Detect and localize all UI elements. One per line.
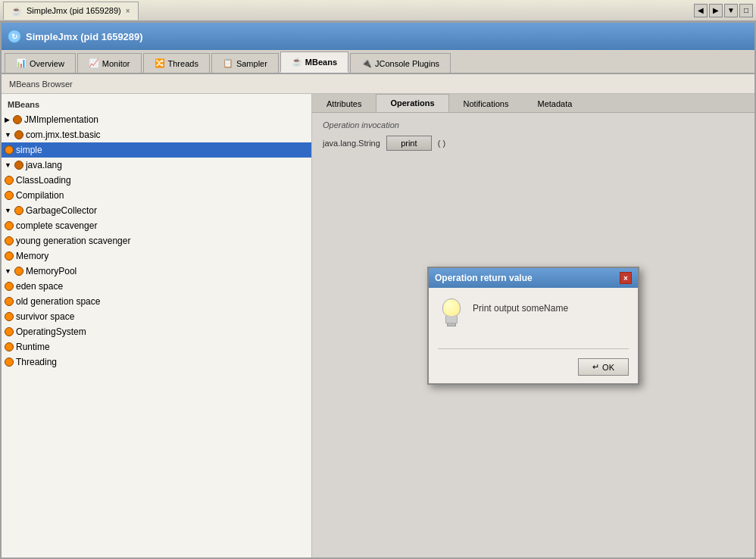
tab-threads[interactable]: 🔀 Threads [143, 53, 210, 73]
tree-label-mp: MemoryPool [26, 266, 77, 276]
ok-label: OK [602, 363, 614, 372]
bean-icon-memory [5, 251, 14, 261]
ok-icon: ↵ [592, 362, 599, 372]
bean-icon-survivor [5, 312, 14, 321]
jconsole-icon: 🔌 [361, 58, 372, 69]
bean-icon-javalang [14, 161, 23, 170]
bulb-icon [438, 298, 465, 336]
tree-item-comjmx[interactable]: ▼ com.jmx.test.basic [2, 127, 311, 142]
tree-item-jmimpl[interactable]: ▶ JMImplementation [2, 112, 311, 127]
breadcrumb-text: MBeans Browser [9, 80, 73, 89]
tree-label-simple: simple [16, 145, 42, 155]
tree-item-classloading[interactable]: ClassLoading [2, 173, 311, 188]
tree-label-gc: GarbageCollector [26, 205, 97, 216]
tab-mbeans[interactable]: ☕ MBeans [280, 52, 348, 73]
app-tab[interactable]: ☕ SimpleJmx (pid 1659289) × [3, 2, 139, 20]
tree-label-oldgen: old generation space [16, 296, 100, 307]
tree-label-jmimpl: JMImplementation [24, 114, 98, 125]
modal-body: Print output someName [429, 288, 638, 344]
modal-title: Operation return value [435, 273, 533, 283]
app-title-icon: ↻ [8, 30, 21, 43]
modal-close-button[interactable]: × [620, 272, 632, 284]
app-tab-label: SimpleJmx (pid 1659289) [27, 6, 121, 15]
tree-item-simple[interactable]: simple [2, 142, 311, 158]
mbeans-tree-panel: MBeans ▶ JMImplementation ▼ com.jmx.test… [2, 94, 312, 557]
tab-overview[interactable]: 📊 Overview [5, 53, 76, 73]
tab-sampler[interactable]: 📋 Sampler [211, 53, 279, 73]
tree-item-oldgen[interactable]: old generation space [2, 294, 311, 309]
tree-item-os[interactable]: OperatingSystem [2, 324, 311, 339]
bulb-top [442, 298, 461, 317]
mbeans-panel-header: MBeans [2, 98, 311, 112]
tree-label-os: OperatingSystem [16, 326, 86, 337]
tree-item-threading[interactable]: Threading [2, 354, 311, 370]
overview-icon: 📊 [16, 58, 27, 69]
tab-overview-label: Overview [30, 59, 64, 68]
window-controls: ◀ ▶ ▼ □ [694, 4, 753, 17]
bean-icon-mp [14, 267, 23, 276]
tab-monitor-label: Monitor [102, 59, 130, 68]
tree-item-eden[interactable]: eden space [2, 279, 311, 294]
bean-icon-young-scav [5, 236, 14, 245]
bean-icon-oldgen [5, 297, 14, 306]
tree-item-garbagecollector[interactable]: ▼ GarbageCollector [2, 203, 311, 218]
bean-icon-gc [14, 206, 23, 215]
right-panel: Attributes Operations Notifications Meta… [312, 94, 754, 557]
tab-mbeans-label: MBeans [305, 58, 337, 67]
bean-icon-os [5, 327, 14, 336]
maximize-button[interactable]: □ [739, 4, 753, 17]
bean-icon-compilation [5, 191, 14, 200]
tree-label-compilation: Compilation [16, 190, 64, 201]
content-area: MBeans ▶ JMImplementation ▼ com.jmx.test… [2, 94, 754, 557]
tree-item-complete-scavenger[interactable]: complete scavenger [2, 218, 311, 233]
sampler-icon: 📋 [223, 58, 233, 69]
tab-threads-label: Threads [168, 59, 198, 68]
tree-item-memorypool[interactable]: ▼ MemoryPool [2, 264, 311, 279]
modal-footer: ↵ OK [429, 354, 638, 383]
bean-icon-runtime [5, 342, 14, 351]
tree-item-javalang[interactable]: ▼ java.lang [2, 158, 311, 173]
tree-label-comjmx: com.jmx.test.basic [26, 130, 101, 140]
tree-label-runtime: Runtime [16, 342, 50, 352]
app-tab-close[interactable]: × [126, 7, 130, 15]
app-tab-icon: ☕ [11, 6, 22, 16]
threads-icon: 🔀 [155, 58, 165, 69]
tree-label-eden: eden space [16, 281, 63, 292]
modal-titlebar: Operation return value × [429, 268, 638, 288]
tree-label-javalang: java.lang [26, 160, 62, 170]
expand-icon-javalang: ▼ [5, 161, 11, 169]
title-bar: ☕ SimpleJmx (pid 1659289) × ◀ ▶ ▼ □ [0, 0, 756, 21]
app-window: ↻ SimpleJmx (pid 1659289) 📊 Overview 📈 M… [0, 21, 756, 559]
tree-item-young-scavenger[interactable]: young generation scavenger [2, 233, 311, 248]
nav-prev-button[interactable]: ◀ [694, 4, 708, 17]
tree-label-complete-scav: complete scavenger [16, 220, 97, 231]
operation-return-dialog: Operation return value × Print output so… [427, 267, 639, 385]
tree-item-memory[interactable]: Memory [2, 248, 311, 264]
tree-label-survivor: survivor space [16, 311, 74, 322]
tree-item-survivor[interactable]: survivor space [2, 309, 311, 324]
expand-icon-jmimpl: ▶ [5, 116, 10, 123]
tab-jconsole-label: JConsole Plugins [375, 59, 439, 68]
nav-dropdown-button[interactable]: ▼ [724, 4, 738, 17]
tree-item-compilation[interactable]: Compilation [2, 188, 311, 203]
bean-icon-threading [5, 358, 14, 367]
bean-icon-complete-scav [5, 221, 14, 230]
bulb-base [447, 323, 456, 326]
bean-icon-comjmx [14, 130, 23, 139]
ok-button[interactable]: ↵ OK [578, 358, 629, 376]
nav-tabs: 📊 Overview 📈 Monitor 🔀 Threads 📋 Sampler… [2, 50, 754, 74]
tree-label-young-scav: young generation scavenger [16, 236, 130, 246]
app-title-text: SimpleJmx (pid 1659289) [26, 31, 143, 42]
bean-icon-eden [5, 282, 14, 291]
tab-sampler-label: Sampler [236, 59, 267, 68]
tree-item-runtime[interactable]: Runtime [2, 339, 311, 354]
tab-monitor[interactable]: 📈 Monitor [77, 53, 142, 73]
bean-icon-jmimpl [13, 115, 22, 124]
bean-icon-simple [5, 145, 14, 155]
nav-next-button[interactable]: ▶ [709, 4, 723, 17]
tree-label-threading: Threading [16, 357, 57, 367]
tree-label-memory: Memory [16, 251, 48, 261]
tab-jconsole[interactable]: 🔌 JConsole Plugins [350, 53, 451, 73]
expand-icon-mp: ▼ [5, 267, 11, 275]
tree-label-classloading: ClassLoading [16, 175, 71, 186]
